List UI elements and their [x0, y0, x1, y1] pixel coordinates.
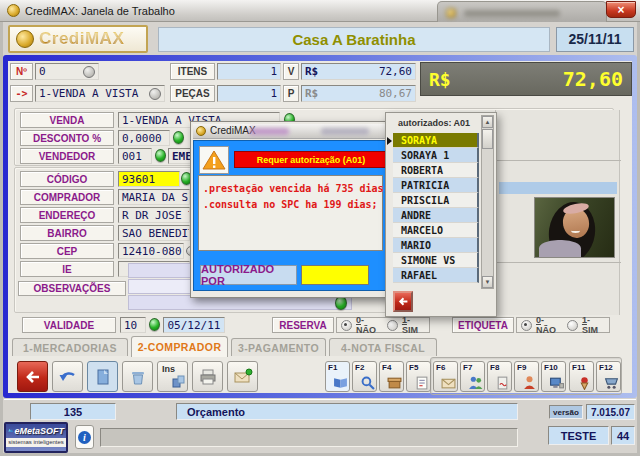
window-title: CrediMAX: Janela de Trabalho: [25, 0, 175, 22]
numero-label: Nº: [10, 63, 33, 80]
cep-label: CEP: [20, 243, 114, 259]
codigo-field[interactable]: 93601: [118, 171, 180, 187]
vendedor-status-led: [155, 149, 166, 162]
vendedor-field[interactable]: 001: [118, 148, 152, 164]
window-titlebar: CrediMAX: Janela de Trabalho ×: [0, 0, 640, 22]
fkey-f5-button[interactable]: F5: [406, 361, 431, 392]
credimax-window: CrediMAX: Janela de Trabalho × CrediMAX …: [0, 0, 640, 456]
venda-label: VENDA: [20, 112, 114, 128]
panel-highlight-row: [499, 182, 617, 194]
reserva-radio-nao[interactable]: [341, 320, 352, 331]
validade-field[interactable]: 10: [120, 317, 146, 333]
validade-date-field[interactable]: 05/12/11: [163, 317, 225, 333]
computer-icon: [549, 375, 564, 390]
list-cancel-button[interactable]: [393, 291, 413, 312]
status-code: 135: [30, 403, 116, 420]
document-icon: [93, 367, 113, 387]
exit-button[interactable]: [17, 361, 48, 392]
brand-coin-icon: [16, 30, 34, 48]
authorizer-item[interactable]: ANDRE: [393, 208, 479, 223]
reserva-radio-sim[interactable]: [387, 320, 398, 331]
etiqueta-radio-sim[interactable]: [567, 320, 578, 331]
authorizer-item[interactable]: MARCELO: [393, 223, 479, 238]
refresh-document-button[interactable]: [87, 361, 118, 392]
cart-icon: [604, 375, 619, 390]
fkey-f7-button[interactable]: F7: [460, 361, 485, 392]
date-display: 25/11/11: [556, 27, 634, 52]
authorizer-item[interactable]: MARIO: [393, 238, 479, 253]
fkey-f9-button[interactable]: F9: [514, 361, 539, 392]
fkey-f2-button[interactable]: F2: [352, 361, 377, 392]
fkey-f12-button[interactable]: F12: [596, 361, 621, 392]
metasoft-logo: eMetaSOFT sistemas inteligentes: [4, 422, 68, 453]
tab-nota-fiscal[interactable]: 4-NOTA FISCAL: [329, 338, 437, 356]
numero-field[interactable]: 0: [35, 63, 99, 80]
store-name: Casa A Baratinha: [158, 27, 550, 52]
authorizers-panel: autorizados: A01 ▲ ▼ SORAYA SORAYA 1 ROB…: [385, 112, 497, 317]
panel-divider-top: [496, 160, 621, 161]
numero-browse-button[interactable]: [83, 66, 95, 78]
authorize-input[interactable]: [301, 265, 369, 285]
fkey-f1-button[interactable]: F1: [325, 361, 350, 392]
print-button[interactable]: [192, 361, 223, 392]
etiqueta-radio-nao[interactable]: [521, 320, 532, 331]
authorize-label: AUTORIZADO POR: [200, 265, 297, 285]
valor-vista-field: R$ 72,60: [301, 63, 416, 80]
authorizer-item-selected[interactable]: SORAYA: [393, 133, 479, 148]
authorizers-header: autorizados: A01: [386, 118, 482, 128]
undo-button[interactable]: [52, 361, 83, 392]
logo-trees-icon: [8, 426, 13, 436]
tipo-browse-button[interactable]: [149, 88, 161, 100]
authorizer-item[interactable]: SORAYA 1: [393, 148, 479, 163]
status-count: 44: [611, 426, 635, 445]
authorizer-item[interactable]: PATRICIA: [393, 178, 479, 193]
valor-prazo-value: 80,67: [379, 87, 412, 100]
fkey-f11-button[interactable]: F11: [569, 361, 594, 392]
fkey-f4-button[interactable]: F4: [379, 361, 404, 392]
dialog-title-redacted-1: [249, 128, 289, 135]
authorizer-item[interactable]: RAFAEL: [393, 268, 479, 283]
scroll-thumb[interactable]: [482, 129, 493, 149]
desconto-field[interactable]: 0,0000: [118, 130, 170, 146]
tab-comprador[interactable]: 2-COMPRADOR: [131, 336, 228, 357]
send-mail-button[interactable]: [227, 361, 258, 392]
close-button[interactable]: ×: [606, 1, 636, 18]
fkey-f6-button[interactable]: F6: [433, 361, 458, 392]
mail-icon: [232, 367, 254, 387]
scroll-down-button[interactable]: ▼: [482, 276, 493, 288]
endereco-label: ENDEREÇO: [20, 207, 114, 223]
reserva-radio-group: 0-NÃO 1-SIM: [336, 317, 430, 333]
tab-pagamento[interactable]: 3-PAGAMENTO: [231, 338, 326, 356]
reserva-option-sim: 1-SIM: [402, 315, 425, 335]
insert-button[interactable]: Ins: [157, 361, 188, 392]
warning-icon: [202, 149, 226, 171]
logo-tagline: sistemas inteligentes: [6, 438, 66, 447]
tipo-venda-field[interactable]: 1-VENDA A VISTA: [35, 85, 165, 102]
bairro-field[interactable]: SAO BENEDIT: [118, 225, 190, 241]
currency-label-prazo: R$: [305, 87, 318, 100]
fkey-f10-button[interactable]: F10: [541, 361, 566, 392]
ice-cream-icon: [577, 375, 592, 390]
valor-prazo-field: R$ 80,67: [301, 85, 416, 102]
receipt-icon: [495, 375, 510, 390]
fkey-f8-button[interactable]: F8: [487, 361, 512, 392]
tab-mercadorias[interactable]: 1-MERCADORIAS: [12, 338, 128, 356]
etiqueta-label: ETIQUETA: [452, 317, 514, 333]
background-window-tab[interactable]: [437, 1, 607, 22]
authorizer-item[interactable]: PRISCILA: [393, 193, 479, 208]
desconto-label: DESCONTO %: [20, 130, 114, 146]
bairro-label: BAIRRO: [20, 225, 114, 241]
endereco-field[interactable]: R DR JOSE T: [118, 207, 190, 223]
comprador-label: COMPRADOR: [20, 189, 114, 205]
list-scrollbar[interactable]: ▲ ▼: [481, 115, 494, 289]
comprador-field[interactable]: MARIA DA SI: [118, 189, 190, 205]
authorizer-item[interactable]: ROBERTA: [393, 163, 479, 178]
scroll-up-button[interactable]: ▲: [482, 116, 493, 128]
etiqueta-radio-group: 0-NÃO 1-SIM: [516, 317, 610, 333]
authorizer-item[interactable]: SIMONE VS: [393, 253, 479, 268]
photo-smile: [571, 228, 580, 233]
delete-button[interactable]: [122, 361, 153, 392]
vendedor-nome-field: EME: [168, 148, 192, 164]
info-button[interactable]: i: [75, 425, 94, 449]
cep-field[interactable]: 12410-080: [118, 243, 184, 259]
